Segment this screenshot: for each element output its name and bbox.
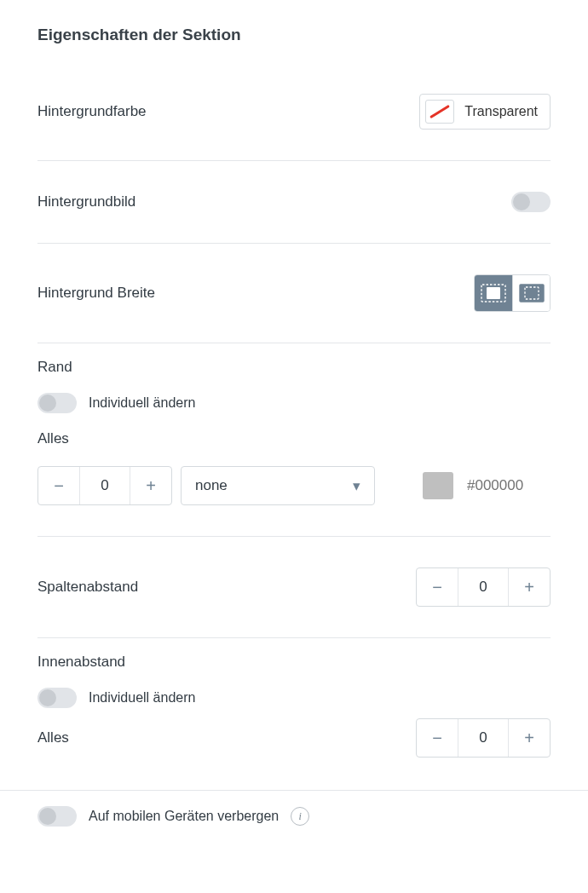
bgimage-toggle[interactable] (511, 192, 551, 212)
info-icon[interactable]: i (291, 807, 309, 826)
colgap-label: Spaltenabstand (37, 579, 138, 596)
divider (37, 160, 551, 161)
border-label: Rand (37, 359, 551, 376)
border-style-value: none (195, 477, 228, 494)
svg-rect-1 (487, 287, 500, 299)
bgwidth-option-full[interactable] (512, 275, 550, 311)
divider (37, 243, 551, 244)
bgcolor-label: Hintergrundfarbe (37, 103, 147, 120)
padding-individual-label: Individuell ändern (89, 690, 195, 706)
divider (37, 637, 551, 638)
border-color-input[interactable] (465, 476, 551, 495)
bgimage-label: Hintergrundbild (37, 193, 135, 210)
colgap-decrement[interactable]: − (417, 568, 458, 606)
padding-all-label: Alles (37, 729, 69, 746)
width-full-icon (519, 284, 545, 302)
bgwidth-segmented (474, 274, 551, 312)
border-style-select[interactable]: none ▾ (181, 466, 375, 505)
bgwidth-option-content[interactable] (475, 275, 512, 311)
width-content-icon (481, 284, 506, 302)
bgcolor-value: Transparent (464, 104, 538, 119)
colgap-stepper: − 0 + (416, 567, 551, 607)
divider (37, 536, 551, 537)
padding-value[interactable]: 0 (458, 719, 509, 757)
padding-increment[interactable]: + (509, 719, 550, 757)
padding-individual-toggle[interactable] (37, 688, 77, 708)
bgwidth-label: Hintergrund Breite (37, 285, 155, 302)
border-width-stepper: − 0 + (37, 466, 172, 505)
padding-label: Innenabstand (37, 654, 551, 671)
border-individual-label: Individuell ändern (89, 395, 195, 411)
border-width-value[interactable]: 0 (79, 467, 130, 504)
border-width-increment[interactable]: + (130, 467, 171, 504)
bgcolor-button[interactable]: Transparent (419, 94, 551, 130)
padding-decrement[interactable]: − (417, 719, 458, 757)
border-all-label: Alles (37, 430, 551, 447)
border-width-decrement[interactable]: − (38, 467, 79, 504)
border-individual-toggle[interactable] (37, 393, 77, 413)
border-color-chip[interactable] (423, 472, 453, 499)
chevron-down-icon: ▾ (353, 477, 360, 495)
colgap-value[interactable]: 0 (458, 568, 509, 606)
hide-mobile-label: Auf mobilen Geräten verbergen (89, 809, 279, 824)
transparent-swatch-icon (425, 100, 454, 124)
divider (37, 343, 551, 343)
padding-stepper: − 0 + (416, 718, 551, 758)
colgap-increment[interactable]: + (509, 568, 550, 606)
panel-title: Eigenschaften der Sektion (37, 26, 551, 44)
hide-mobile-toggle[interactable] (37, 806, 77, 827)
